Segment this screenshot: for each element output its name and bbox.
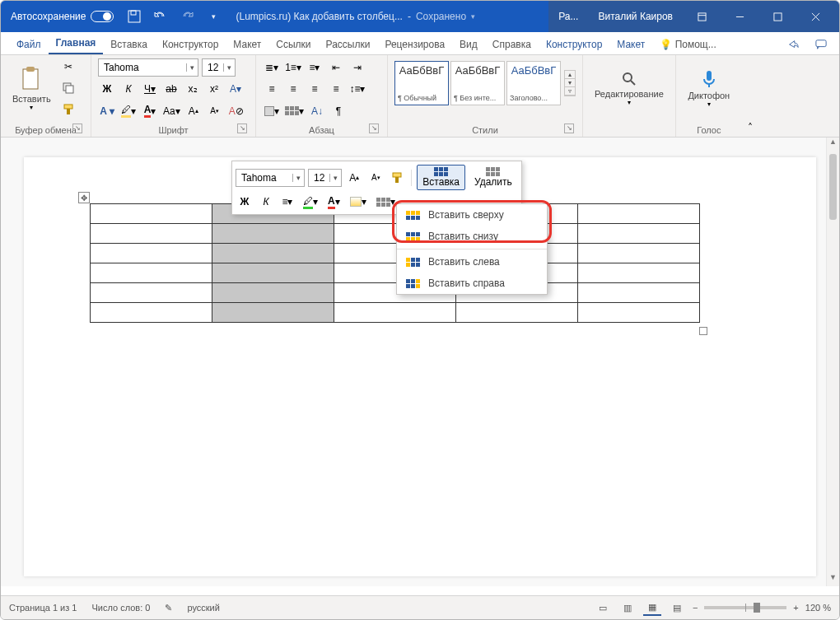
mini-grow-font-icon[interactable]: A▴ (345, 169, 363, 187)
change-case-icon[interactable]: Aa▾ (162, 102, 181, 120)
toggle-switch-icon[interactable] (91, 11, 114, 22)
mini-bold-button[interactable]: Ж (236, 193, 254, 211)
ribbon-display-options-icon[interactable] (683, 1, 721, 32)
text-effect-a-icon[interactable]: A ▾ (98, 102, 116, 120)
paragraph-launcher-icon[interactable]: ↘ (369, 124, 379, 133)
zoom-slider[interactable] (704, 606, 786, 609)
mini-shrink-font-icon[interactable]: A▾ (366, 169, 385, 187)
shading-icon[interactable]: ▾ (263, 102, 281, 120)
status-words[interactable]: Число слов: 0 (91, 603, 150, 613)
tab-references[interactable]: Ссылки (268, 34, 318, 54)
font-size-combo[interactable]: 12▾ (202, 58, 236, 77)
tab-home[interactable]: Главная (49, 32, 104, 54)
numbering-icon[interactable]: 1≡▾ (284, 58, 302, 77)
tab-mailings[interactable]: Рассылки (319, 34, 378, 54)
close-icon[interactable] (796, 1, 834, 32)
mini-borders-icon[interactable]: ▾ (373, 193, 399, 211)
clear-format-icon[interactable]: A⊘ (227, 102, 245, 120)
dec-indent-icon[interactable]: ⇤ (327, 58, 345, 77)
collapse-ribbon-icon[interactable]: ˄ (742, 55, 758, 137)
zoom-in-icon[interactable]: + (793, 603, 798, 613)
menu-insert-left[interactable]: Вставить слева (397, 251, 547, 273)
table-row[interactable] (91, 283, 700, 303)
italic-button[interactable]: К (119, 80, 138, 98)
status-proofing-icon[interactable]: ✎ (165, 603, 172, 613)
dictate-button[interactable]: Диктофон ▾ (683, 58, 735, 118)
styles-gallery[interactable]: АаБбВвГ ¶ Обычный АаБбВвГ ¶ Без инте... … (394, 61, 561, 105)
tab-layout[interactable]: Макет (226, 34, 268, 54)
vertical-scrollbar[interactable]: ▲ ▼ (826, 138, 839, 586)
share-icon[interactable] (782, 35, 805, 54)
document-table[interactable] (90, 203, 700, 323)
highlight-icon[interactable]: 🖊▾ (119, 102, 138, 120)
strike-button[interactable]: ab (162, 80, 180, 98)
status-page[interactable]: Страница 1 из 1 (9, 603, 77, 613)
tab-table-layout[interactable]: Макет (609, 34, 652, 54)
bold-button[interactable]: Ж (98, 80, 116, 98)
view-print-icon[interactable]: ▦ (643, 599, 661, 616)
mini-insert-button[interactable]: Вставка (417, 165, 465, 190)
user-name[interactable]: Виталий Каиров (588, 11, 683, 22)
undo-icon[interactable] (150, 6, 171, 27)
maximize-icon[interactable] (758, 1, 796, 32)
borders-icon[interactable]: ▾ (284, 102, 305, 120)
align-center-icon[interactable]: ≡ (284, 80, 302, 98)
tab-design[interactable]: Конструктор (155, 34, 226, 54)
styles-launcher-icon[interactable]: ↘ (564, 124, 574, 133)
view-web-icon[interactable]: ▤ (668, 599, 686, 616)
style-heading1[interactable]: АаБбВвГ Заголово... (506, 61, 561, 105)
shrink-font-icon[interactable]: A▾ (206, 102, 224, 120)
zoom-out-icon[interactable]: − (693, 603, 698, 613)
status-language[interactable]: русский (187, 603, 219, 613)
line-spacing-icon[interactable]: ↕≡▾ (348, 80, 366, 98)
format-painter-icon[interactable] (59, 100, 77, 119)
view-read-icon[interactable]: ▥ (618, 599, 637, 616)
tab-help[interactable]: Справка (485, 34, 539, 54)
tab-file[interactable]: Файл (9, 34, 49, 54)
grow-font-icon[interactable]: A▴ (184, 102, 203, 120)
tab-tellme[interactable]: 💡 Помощ... (652, 34, 723, 54)
mini-highlight-icon[interactable]: 🖊▾ (300, 193, 321, 211)
copy-icon[interactable] (59, 79, 77, 97)
tab-review[interactable]: Рецензирова (377, 34, 452, 54)
mini-italic-button[interactable]: К (257, 193, 275, 211)
save-icon[interactable] (124, 6, 145, 27)
view-focus-icon[interactable]: ▭ (594, 599, 612, 616)
show-marks-icon[interactable]: ¶ (329, 102, 348, 120)
font-launcher-icon[interactable]: ↘ (237, 124, 247, 133)
table-tools-tab[interactable]: Ра... (548, 1, 588, 32)
table-resize-handle-icon[interactable] (699, 327, 707, 335)
mini-align-icon[interactable]: ≡▾ (278, 193, 296, 211)
table-row[interactable] (91, 303, 700, 323)
editing-button[interactable]: Редактирование ▾ (590, 58, 669, 118)
minimize-icon[interactable] (721, 1, 758, 32)
style-normal[interactable]: АаБбВвГ ¶ Обычный (394, 61, 449, 105)
paste-button[interactable]: Вставить ▾ (7, 64, 56, 113)
underline-button[interactable]: Ч▾ (141, 80, 159, 98)
mini-font-family[interactable]: Tahoma▾ (236, 169, 305, 187)
subscript-button[interactable]: x₂ (184, 80, 202, 98)
superscript-button[interactable]: x² (205, 80, 223, 98)
mini-font-size[interactable]: 12▾ (308, 169, 342, 187)
align-left-icon[interactable]: ≡ (263, 80, 281, 98)
table-row[interactable] (91, 224, 700, 244)
tab-table-design[interactable]: Конструктор (539, 34, 609, 54)
justify-icon[interactable]: ≡ (327, 80, 345, 98)
mini-font-color-icon[interactable]: A▾ (324, 193, 343, 211)
bullets-icon[interactable]: ≣▾ (263, 58, 281, 77)
text-effects-icon[interactable]: A▾ (226, 80, 245, 98)
sort-icon[interactable]: A↓ (308, 102, 326, 120)
mini-shading-icon[interactable]: ▾ (347, 193, 370, 211)
autosave-toggle[interactable]: Автосохранение (6, 9, 119, 24)
tab-view[interactable]: Вид (452, 34, 485, 54)
tab-insert[interactable]: Вставка (103, 34, 155, 54)
styles-scroll[interactable]: ▴▾▿ (564, 70, 576, 96)
qat-customize-icon[interactable]: ▾ (203, 6, 224, 27)
clipboard-launcher-icon[interactable]: ↘ (72, 124, 82, 133)
redo-icon[interactable] (176, 6, 198, 27)
style-nospacing[interactable]: АаБбВвГ ¶ Без инте... (450, 61, 505, 105)
table-move-handle-icon[interactable]: ✥ (78, 192, 90, 203)
multilevel-icon[interactable]: ≡▾ (306, 58, 324, 77)
mini-format-painter-icon[interactable] (388, 169, 406, 187)
inc-indent-icon[interactable]: ⇥ (348, 58, 366, 77)
